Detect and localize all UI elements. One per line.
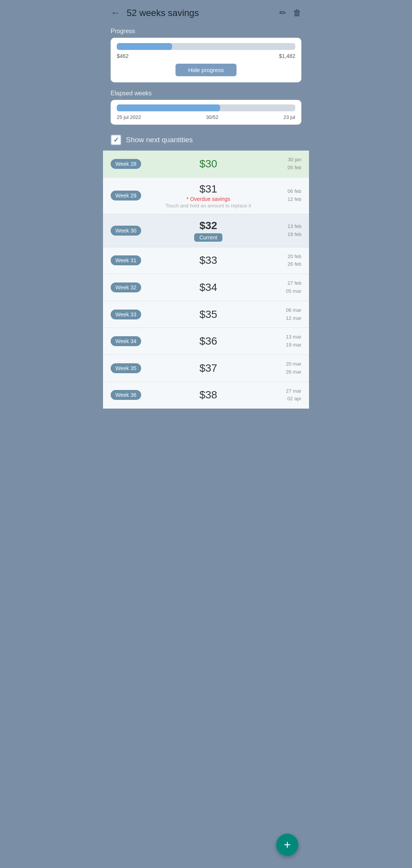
week-amount: $38 [200,389,217,401]
week-amount: $33 [200,254,217,266]
week-dates: 06 mar12 mar [275,306,301,322]
week-amount-block: $33 [141,254,275,266]
week-amount-block: $37 [141,362,275,374]
week-amount: $37 [200,362,217,374]
table-row[interactable]: Week 32$3427 feb05 mar [103,274,309,301]
header: ← 52 weeks savings ✏ 🗑 [103,0,309,24]
week-badge: Week 36 [111,390,141,400]
back-button[interactable]: ← [111,7,121,19]
progress-card: $462 $1,482 Hide progress [111,38,301,82]
week-dates: 27 mar02 apr [275,387,301,403]
page-title: 52 weeks savings [127,8,279,18]
week-badge: Week 35 [111,363,141,373]
elapsed-label: Elapsed weeks [111,90,301,97]
elapsed-values: 25 jul 2022 30/52 23 jul [117,114,295,120]
progress-target: $1,482 [279,53,295,59]
week-dates: 20 feb26 feb [275,253,301,269]
week-badge: Week 30 [111,226,141,236]
delete-icon[interactable]: 🗑 [293,8,301,18]
table-row[interactable]: Week 28$3030 jan05 feb [103,151,309,178]
checkmark-icon: ✓ [113,136,119,143]
week-dates: 30 jan05 feb [275,156,301,172]
hide-progress-button[interactable]: Hide progress [175,64,237,76]
progress-bar-fill [117,43,172,50]
progress-bar-background [117,43,295,50]
week-amount-block: $35 [141,308,275,321]
week-amount: $32 [200,220,217,232]
show-next-checkbox[interactable]: ✓ [111,135,121,145]
week-amount: $36 [200,335,217,347]
week-badge: Week 33 [111,310,141,319]
table-row[interactable]: Week 33$3506 mar12 mar [103,301,309,328]
edit-icon[interactable]: ✏ [279,8,286,18]
week-badge: Week 31 [111,255,141,265]
progress-values: $462 $1,482 [117,53,295,59]
elapsed-progress: 30/52 [206,114,219,120]
week-amount: $30 [200,158,217,170]
table-row[interactable]: Week 31$3320 feb26 feb [103,247,309,274]
progress-label: Progress [111,28,301,35]
weeks-list: Week 28$3030 jan05 febWeek 29$31* Overdu… [103,151,309,409]
week-amount-block: $31* Overdue savingsTouch and hold an am… [141,183,275,209]
elapsed-end-date: 23 jul [283,114,295,120]
week-badge: Week 28 [111,159,141,169]
progress-current: $462 [117,53,129,59]
week-dates: 13 feb19 feb [275,223,301,239]
week-dates: 27 feb05 mar [275,279,301,295]
table-row[interactable]: Week 29$31* Overdue savingsTouch and hol… [103,178,309,214]
table-row[interactable]: Week 30$32Current13 feb19 feb [103,214,309,247]
table-row[interactable]: Week 36$3827 mar02 apr [103,382,309,409]
week-amount-block: $32Current [141,220,275,242]
header-actions: ✏ 🗑 [279,8,301,18]
week-amount: $34 [200,281,217,294]
week-dates: 20 mar26 mar [275,360,301,376]
show-next-label: Show next quantities [126,136,193,144]
week-dates: 06 feb12 feb [275,188,301,204]
week-amount-block: $30 [141,158,275,170]
add-button[interactable]: + [276,834,298,856]
elapsed-bar-background [117,104,295,111]
week-amount: $35 [200,308,217,321]
week-amount: $31 [200,183,217,195]
week-dates: 13 mar19 mar [275,333,301,349]
progress-section: Progress $462 $1,482 Hide progress [103,24,309,88]
table-row[interactable]: Week 35$3720 mar26 mar [103,355,309,382]
hold-hint: Touch and hold an amount to replace it [166,203,251,209]
week-badge: Week 29 [111,191,141,201]
show-next-row[interactable]: ✓ Show next quantities [103,129,309,151]
elapsed-bar-fill [117,104,220,111]
week-amount-block: $38 [141,389,275,401]
week-amount-block: $36 [141,335,275,347]
week-badge: Week 32 [111,282,141,292]
overdue-label: * Overdue savings [187,196,230,202]
week-badge: Week 34 [111,336,141,346]
current-badge: Current [194,233,223,242]
table-row[interactable]: Week 34$3613 mar19 mar [103,328,309,355]
elapsed-card: 25 jul 2022 30/52 23 jul [111,100,301,125]
week-amount-block: $34 [141,281,275,294]
elapsed-section: Elapsed weeks 25 jul 2022 30/52 23 jul [103,88,309,129]
elapsed-start-date: 25 jul 2022 [117,114,141,120]
